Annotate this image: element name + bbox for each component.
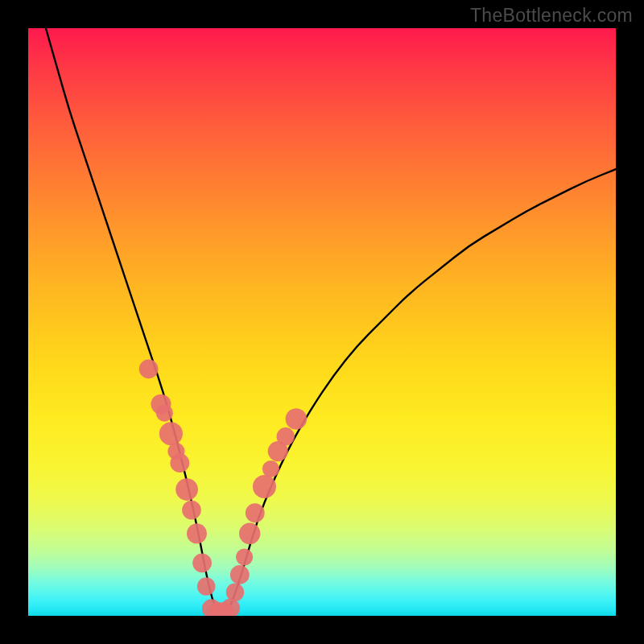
data-dot xyxy=(159,422,183,445)
bottom-dots-group xyxy=(202,599,240,616)
data-dot xyxy=(175,478,198,501)
bottleneck-curve xyxy=(46,28,616,613)
data-dot xyxy=(182,501,201,520)
watermark-text: TheBottleneck.com xyxy=(470,5,633,27)
left-dots-group xyxy=(139,360,216,596)
data-dot xyxy=(192,553,212,572)
curve-svg xyxy=(28,28,616,616)
data-dot xyxy=(156,405,173,422)
data-dot xyxy=(239,523,260,544)
data-dot xyxy=(253,475,276,498)
data-dot xyxy=(187,523,207,543)
data-dot xyxy=(139,360,159,379)
data-dot xyxy=(226,584,244,601)
data-dot xyxy=(230,565,250,584)
data-dot xyxy=(197,577,215,595)
data-dot xyxy=(170,453,189,473)
data-dot xyxy=(246,503,265,522)
curve-path xyxy=(46,28,616,613)
data-dot xyxy=(262,460,279,477)
data-dot xyxy=(277,427,295,445)
data-dot xyxy=(236,548,253,565)
data-dot xyxy=(221,599,240,616)
gradient-plot-area xyxy=(28,28,616,616)
chart-frame: TheBottleneck.com xyxy=(0,0,644,644)
data-dot xyxy=(286,408,307,429)
